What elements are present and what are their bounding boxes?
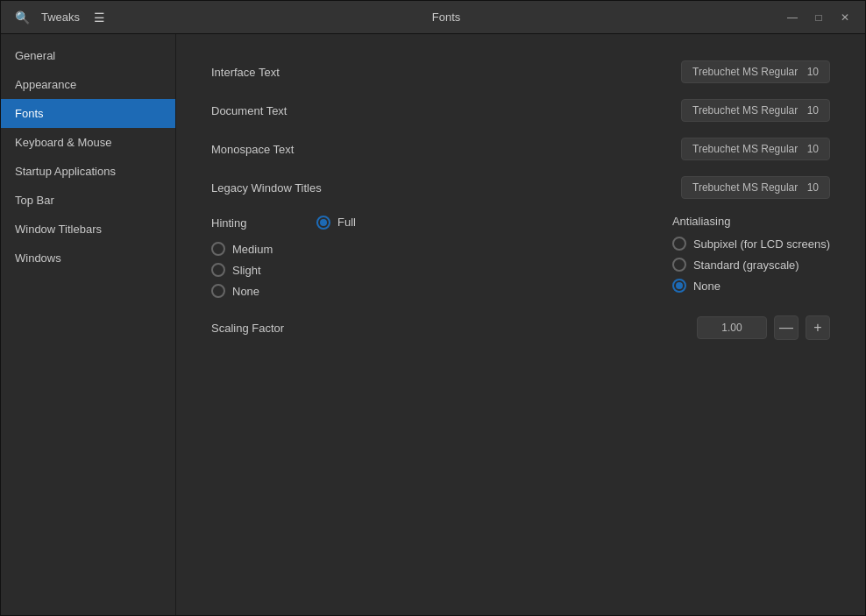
content-area: General Appearance Fonts Keyboard & Mous… (1, 34, 865, 615)
scale-decrease-button[interactable]: — (774, 315, 799, 340)
antialiasing-radio-subpixel[interactable] (672, 237, 686, 251)
titlebar-center: Fonts (111, 11, 781, 24)
scaling-factor-label: Scaling Factor (211, 322, 284, 335)
hinting-radio-full[interactable] (316, 216, 330, 230)
hinting-label-medium: Medium (232, 243, 273, 256)
antialiasing-radio-standard[interactable] (672, 258, 686, 272)
hinting-radio-none[interactable] (211, 284, 225, 298)
interface-text-row: Interface Text Trebuchet MS Regular 10 (211, 60, 830, 83)
interface-text-selector[interactable]: Trebuchet MS Regular 10 (681, 60, 830, 83)
antialiasing-radio-none[interactable] (672, 279, 686, 293)
minimize-button[interactable]: — (781, 6, 804, 29)
titlebar: 🔍 Tweaks ☰ Fonts — □ ✕ (1, 1, 865, 34)
sidebar-item-general[interactable]: General (1, 41, 175, 70)
hinting-label-slight: Slight (232, 264, 261, 277)
antialiasing-label-subpixel: Subpixel (for LCD screens) (693, 237, 830, 251)
monospace-text-size: 10 (807, 143, 819, 155)
monospace-text-label: Monospace Text (211, 143, 387, 156)
main-content: Interface Text Trebuchet MS Regular 10 D… (176, 34, 865, 615)
hinting-title-row: Hinting Full (211, 215, 356, 230)
antialiasing-label: Antialiasing (672, 215, 830, 228)
scale-increase-button[interactable]: + (806, 315, 830, 340)
sidebar-item-appearance[interactable]: Appearance (1, 70, 175, 99)
document-text-label: Document Text (211, 104, 387, 117)
hinting-option-medium[interactable]: Medium (211, 242, 356, 256)
maximize-button[interactable]: □ (807, 6, 830, 29)
main-window: 🔍 Tweaks ☰ Fonts — □ ✕ General Appearanc… (0, 0, 866, 616)
titlebar-left: 🔍 Tweaks ☰ (10, 5, 111, 30)
interface-text-label: Interface Text (211, 66, 387, 79)
antialiasing-option-none[interactable]: None (672, 279, 830, 293)
antialiasing-option-standard[interactable]: Standard (grayscale) (672, 258, 830, 272)
antialiasing-radio-inner-none (676, 282, 683, 289)
sidebar-item-fonts[interactable]: Fonts (1, 99, 175, 128)
hinting-section: Hinting Full Medium (211, 215, 356, 298)
legacy-window-titles-selector[interactable]: Trebuchet MS Regular 10 (681, 176, 830, 199)
antialiasing-option-subpixel[interactable]: Subpixel (for LCD screens) (672, 237, 830, 251)
sidebar-item-top-bar[interactable]: Top Bar (1, 186, 175, 215)
close-button[interactable]: ✕ (834, 6, 856, 29)
legacy-window-titles-value: Trebuchet MS Regular (692, 181, 798, 194)
window-title: Fonts (432, 11, 461, 24)
monospace-text-selector[interactable]: Trebuchet MS Regular 10 (681, 138, 830, 160)
hinting-radio-slight[interactable] (211, 263, 225, 277)
scaling-control: 1.00 — + (697, 315, 830, 340)
legacy-window-titles-label: Legacy Window Titles (211, 181, 387, 195)
sidebar-item-startup-applications[interactable]: Startup Applications (1, 157, 175, 186)
sidebar-item-keyboard-mouse[interactable]: Keyboard & Mouse (1, 128, 175, 157)
antialiasing-section: Antialiasing Subpixel (for LCD screens) … (672, 215, 830, 293)
hinting-radio-inner-full (320, 219, 327, 226)
interface-text-size: 10 (807, 66, 819, 78)
legacy-window-titles-row: Legacy Window Titles Trebuchet MS Regula… (211, 176, 830, 199)
hinting-option-slight[interactable]: Slight (211, 263, 356, 277)
titlebar-right: — □ ✕ (781, 6, 856, 29)
sidebar: General Appearance Fonts Keyboard & Mous… (1, 34, 176, 615)
hinting-label-full: Full (337, 216, 356, 229)
scaling-value: 1.00 (697, 316, 767, 339)
search-button[interactable]: 🔍 (10, 5, 34, 30)
document-text-selector[interactable]: Trebuchet MS Regular 10 (681, 99, 830, 122)
menu-button[interactable]: ☰ (87, 5, 111, 30)
app-title: Tweaks (41, 11, 80, 24)
sidebar-item-window-titlebars[interactable]: Window Titlebars (1, 215, 175, 244)
antialiasing-label-standard: Standard (grayscale) (693, 258, 799, 272)
document-text-row: Document Text Trebuchet MS Regular 10 (211, 99, 830, 122)
hinting-option-none[interactable]: None (211, 284, 356, 298)
hinting-radio-medium[interactable] (211, 242, 225, 256)
legacy-window-titles-size: 10 (807, 181, 819, 194)
document-text-value: Trebuchet MS Regular (692, 104, 798, 117)
monospace-text-value: Trebuchet MS Regular (692, 143, 798, 155)
document-text-size: 10 (807, 104, 819, 117)
sidebar-item-windows[interactable]: Windows (1, 244, 175, 273)
hinting-label: Hinting (211, 215, 299, 230)
hinting-option-full[interactable]: Full (316, 216, 356, 230)
monospace-text-row: Monospace Text Trebuchet MS Regular 10 (211, 138, 830, 160)
hinting-label-none: None (232, 285, 259, 298)
interface-text-value: Trebuchet MS Regular (692, 66, 798, 78)
hinting-antialiasing-container: Hinting Full Medium (211, 215, 830, 298)
antialiasing-label-none: None (693, 280, 720, 293)
scaling-factor-row: Scaling Factor 1.00 — + (211, 315, 830, 340)
